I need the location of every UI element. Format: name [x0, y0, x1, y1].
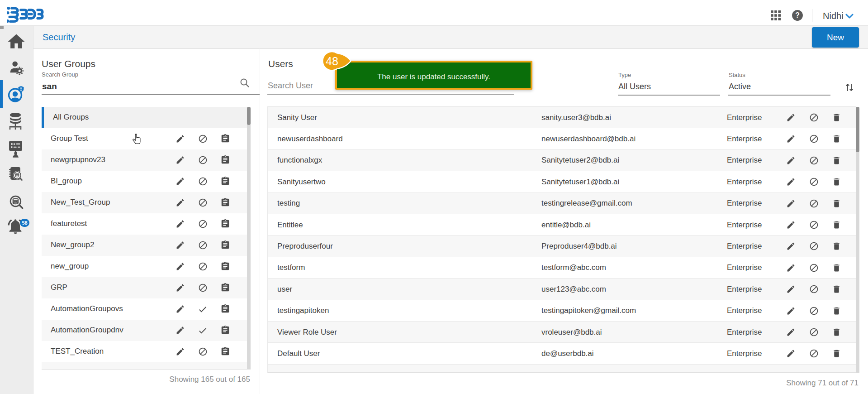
- svg-text:?: ?: [795, 11, 800, 19]
- svg-text:48: 48: [326, 55, 338, 67]
